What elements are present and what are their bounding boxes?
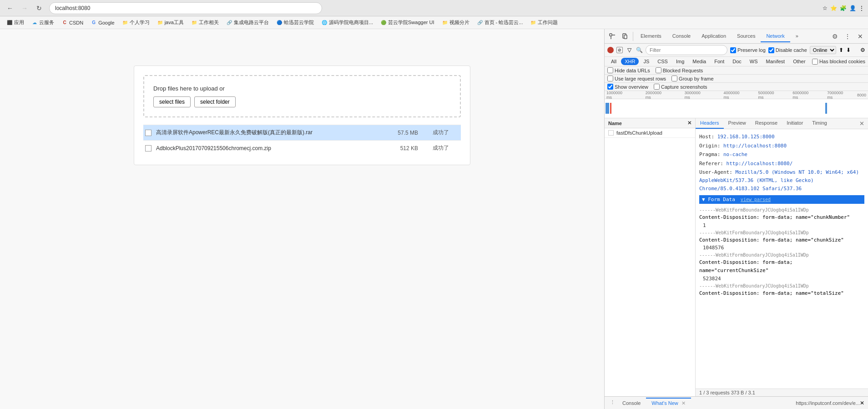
bookmark-study[interactable]: 📁 个人学习 (119, 18, 152, 27)
extensions-icon[interactable]: 🧩 (840, 5, 847, 11)
bookmark-work[interactable]: 📁 工作相关 (188, 18, 222, 27)
bookmark-cloud[interactable]: ☁ 云服务 (29, 18, 57, 27)
bookmark-home[interactable]: 🔗 首页 - 蛤迅芸云... (474, 18, 526, 27)
select-files-button[interactable]: select files (153, 96, 191, 107)
blocked-cookies-checkbox[interactable] (812, 59, 818, 65)
bookmark-ecom[interactable]: 🌐 源码学院电商项目... (318, 18, 376, 27)
tab-application[interactable]: Application (696, 30, 732, 42)
tab-console[interactable]: Console (667, 30, 696, 42)
bookmark-label: 工作问题 (538, 19, 558, 26)
import-button[interactable]: ⬆ (839, 47, 843, 53)
forward-button[interactable]: → (18, 2, 31, 15)
filter-input[interactable] (646, 45, 727, 55)
bookmark-swagger[interactable]: 🟢 芸云学院Swagger UI (378, 18, 437, 27)
file-checkbox[interactable] (145, 130, 151, 136)
filter-manifest[interactable]: Manifest (762, 58, 789, 65)
inspect-element-button[interactable] (606, 30, 618, 42)
bottom-tab-console[interactable]: Console (617, 398, 646, 408)
disable-cache-checkbox[interactable] (768, 47, 774, 53)
bookmark-circuit[interactable]: 🔗 集成电路云平台 (223, 18, 272, 27)
reload-button[interactable]: ↻ (33, 2, 45, 15)
star-icon[interactable]: ⭐ (830, 5, 837, 11)
bookmark-google[interactable]: G Google (88, 19, 117, 27)
select-folder-button[interactable]: select folder (194, 96, 236, 107)
close-whatsnew-button[interactable]: ✕ (681, 400, 686, 406)
record-button[interactable] (607, 47, 614, 53)
request-count: 1 / 3 requests 373 B / 3.1 (699, 390, 755, 395)
address-bar[interactable]: localhost:8080 (49, 2, 322, 14)
bookmark-java[interactable]: 📁 java工具 (154, 18, 187, 27)
show-overview-checkbox[interactable] (607, 84, 613, 90)
file-checkbox[interactable] (145, 145, 151, 151)
filter-img[interactable]: Img (672, 58, 688, 65)
close-devtools-button[interactable]: ✕ (854, 30, 866, 42)
item-checkbox[interactable] (608, 130, 614, 136)
toolbar-separator (633, 32, 633, 41)
file-item[interactable]: AdblockPlus20170709215506chromecj.com.zi… (143, 140, 461, 156)
file-list: 高清录屏软件ApowerREC最新永久免费破解版(真正的最新版).rar 57.… (143, 125, 461, 156)
bookmark-apps[interactable]: ⬛ 应用 (4, 18, 27, 27)
devtools-statusbar: 1 / 3 requests 373 B / 3.1 (696, 389, 868, 396)
back-button[interactable]: ← (4, 2, 16, 15)
bookmark-icon[interactable]: ☆ (823, 5, 828, 11)
bookmark-workissue[interactable]: 📁 工作问题 (527, 18, 560, 27)
filter-font[interactable]: Font (711, 58, 728, 65)
detail-tab-preview[interactable]: Preview (724, 118, 751, 129)
hide-data-urls-checkbox[interactable] (607, 67, 613, 73)
blocked-requests-checkbox[interactable] (656, 67, 661, 73)
filter-other[interactable]: Other (789, 58, 809, 65)
filter-xhr[interactable]: XHR (621, 58, 639, 65)
tab-more[interactable]: » (790, 30, 804, 42)
more-button[interactable]: ⋮ (842, 30, 853, 42)
detail-tab-initiator[interactable]: Initiator (782, 118, 807, 129)
bookmark-academy[interactable]: 🔵 蛤迅芸云学院 (273, 18, 317, 27)
settings-button[interactable]: ⚙ (829, 30, 841, 42)
close-bottom-panel-button[interactable]: ✕ (860, 400, 864, 406)
file-size: 512 KB (382, 145, 418, 151)
form-data-section[interactable]: ▼ Form Data view parsed (699, 195, 864, 204)
settings-network-button[interactable]: ⚙ (860, 47, 865, 53)
filter-all[interactable]: All (607, 58, 620, 65)
preserve-log-checkbox[interactable] (730, 47, 736, 53)
file-size: 57.5 MB (382, 130, 418, 136)
filter-media[interactable]: Media (689, 58, 710, 65)
large-rows-checkbox[interactable] (607, 76, 613, 81)
profile-icon[interactable]: 👤 (849, 5, 856, 11)
tab-network[interactable]: Network (761, 30, 790, 42)
header-origin: Origin: http://localhost:8080 (699, 142, 864, 150)
filter-css[interactable]: CSS (654, 58, 671, 65)
menu-icon[interactable]: ⋮ (859, 5, 864, 11)
bookmark-label: CSDN (69, 20, 83, 25)
close-detail-button[interactable]: ✕ (856, 118, 868, 129)
filter-js[interactable]: JS (640, 58, 653, 65)
device-toolbar-button[interactable] (619, 30, 631, 42)
detail-tab-headers[interactable]: Headers (696, 118, 724, 129)
bookmark-label: 源码学院电商项目... (329, 19, 373, 26)
file-item[interactable]: 高清录屏软件ApowerREC最新永久免费破解版(真正的最新版).rar 57.… (143, 125, 461, 140)
bookmark-csdn[interactable]: C CSDN (59, 19, 86, 27)
drop-zone[interactable]: Drop files here to upload or select file… (143, 75, 461, 117)
filter-doc[interactable]: Doc (729, 58, 745, 65)
clear-button[interactable]: ⊘ (616, 47, 623, 53)
bookmark-video[interactable]: 📁 视频分片 (439, 18, 472, 27)
filter-toggle-button[interactable]: ▽ (626, 46, 633, 54)
tab-sources[interactable]: Sources (732, 30, 761, 42)
filter-ws[interactable]: WS (746, 58, 762, 65)
view-parsed-link[interactable]: view parsed (741, 197, 771, 202)
detail-tab-timing[interactable]: Timing (807, 118, 832, 129)
search-button[interactable]: 🔍 (636, 46, 643, 54)
network-options-row3: Show overview Capture screenshots (605, 83, 868, 91)
close-name-panel-btn[interactable]: ✕ (687, 120, 691, 126)
group-by-frame-checkbox[interactable] (671, 76, 677, 81)
devtools-menu-button[interactable]: ⋮ (608, 398, 617, 408)
preserve-log-text: Preserve log (737, 47, 766, 53)
bottom-tab-whatsnew[interactable]: What's New ✕ (646, 398, 691, 408)
capture-screenshots-checkbox[interactable] (654, 84, 660, 90)
tab-elements[interactable]: Elements (635, 30, 667, 42)
cloud-icon: ☁ (31, 20, 38, 26)
detail-tab-response[interactable]: Response (751, 118, 782, 129)
export-button[interactable]: ⬇ (846, 47, 851, 53)
bookmark-label: 应用 (14, 19, 24, 26)
throttle-select[interactable]: Online (810, 46, 836, 54)
network-item-fast[interactable]: fastDfsChunkUpload (605, 128, 695, 138)
